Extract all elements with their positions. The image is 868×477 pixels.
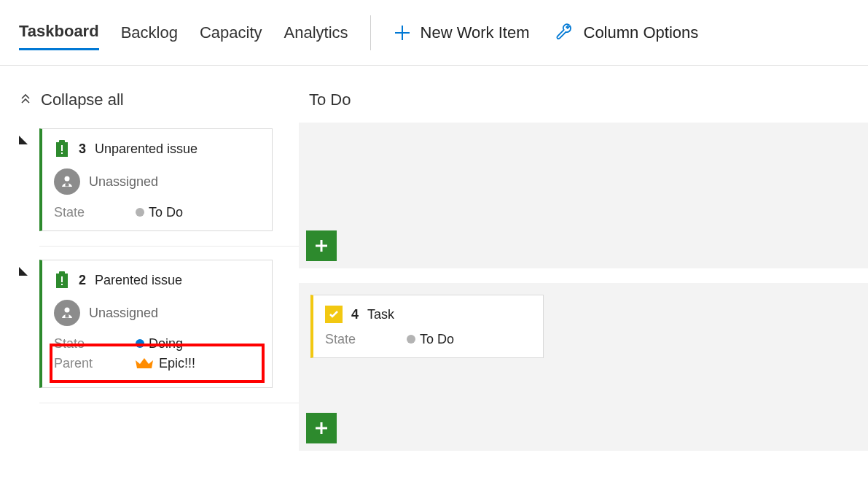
tabs: Taskboard Backlog Capacity Analytics [19,15,348,50]
svg-rect-3 [61,145,63,151]
wrench-icon [555,23,575,43]
state-row: State Doing [54,336,259,352]
state-value: Doing [136,336,183,352]
svg-rect-13 [66,315,69,318]
state-label: State [54,205,127,220]
svg-rect-2 [59,140,65,144]
assignee-row[interactable]: Unassigned [54,300,259,326]
new-work-item-label: New Work Item [421,23,530,42]
assignee-label: Unassigned [89,174,158,190]
card-parented[interactable]: 2 Parented issue Unassigned State Doing … [39,260,273,388]
collapse-all-label: Collapse all [41,90,124,109]
state-value: To Do [136,205,183,220]
state-label: State [325,332,398,347]
state-value: To Do [407,332,454,347]
group-toggle[interactable] [19,128,39,231]
tab-backlog[interactable]: Backlog [121,16,178,50]
state-dot-icon [136,208,144,217]
lane-parented[interactable]: 4 Task State To Do [299,283,868,451]
toolbar-divider [370,15,371,50]
svg-point-5 [65,177,70,182]
tab-capacity[interactable]: Capacity [200,16,262,50]
svg-point-12 [65,308,70,313]
crown-icon [136,357,153,371]
card-task[interactable]: 4 Task State To Do [310,295,544,358]
lane-unparented[interactable] [299,123,868,268]
card-id: 3 [79,141,86,157]
task-icon [325,306,343,323]
issue-icon [54,139,70,158]
card-title: Parented issue [95,273,182,288]
state-row: State To Do [325,332,530,347]
tab-analytics[interactable]: Analytics [284,16,348,50]
toolbar: Taskboard Backlog Capacity Analytics New… [0,0,868,66]
group-unparented: 3 Unparented issue Unassigned State To D… [19,128,299,231]
collapse-icon [19,90,32,109]
board: Collapse all 3 Unparented issue [0,66,868,465]
card-id: 2 [79,273,86,288]
column-header-todo: To Do [299,66,868,123]
group-parented: 2 Parented issue Unassigned State Doing … [19,260,299,388]
add-card-button[interactable] [306,413,337,443]
unassigned-avatar-icon [54,168,80,195]
backlog-column: Collapse all 3 Unparented issue [0,66,299,465]
card-title: Task [367,307,394,322]
group-toggle[interactable] [19,260,39,388]
card-title: Unparented issue [95,141,198,157]
assignee-row[interactable]: Unassigned [54,168,259,195]
plus-icon [393,23,412,42]
tab-taskboard[interactable]: Taskboard [19,15,99,50]
collapse-all-button[interactable]: Collapse all [19,90,299,109]
state-dot-icon [136,339,144,348]
state-row: State To Do [54,205,259,220]
todo-column: To Do 4 Task State To Do [299,66,868,465]
svg-marker-7 [19,267,28,276]
new-work-item-button[interactable]: New Work Item [393,23,530,42]
assignee-label: Unassigned [89,306,158,321]
issue-icon [54,271,70,290]
parent-value[interactable]: Epic!!! [136,356,195,371]
state-label: State [54,336,127,352]
unassigned-avatar-icon [54,300,80,326]
column-options-label: Column Options [584,23,699,42]
svg-rect-11 [61,284,63,285]
svg-rect-6 [66,184,69,187]
state-dot-icon [407,335,415,344]
svg-rect-4 [61,152,63,154]
card-id: 4 [351,307,359,322]
group-separator [39,246,299,247]
parent-row: Parent Epic!!! [54,356,259,371]
svg-rect-10 [61,276,63,282]
add-card-button[interactable] [306,230,337,261]
column-options-button[interactable]: Column Options [555,23,699,43]
svg-marker-0 [19,136,28,144]
group-separator [39,403,299,403]
parent-label: Parent [54,356,127,371]
svg-rect-9 [59,271,65,276]
card-unparented[interactable]: 3 Unparented issue Unassigned State To D… [39,128,273,231]
toolbar-actions: New Work Item Column Options [393,23,699,43]
